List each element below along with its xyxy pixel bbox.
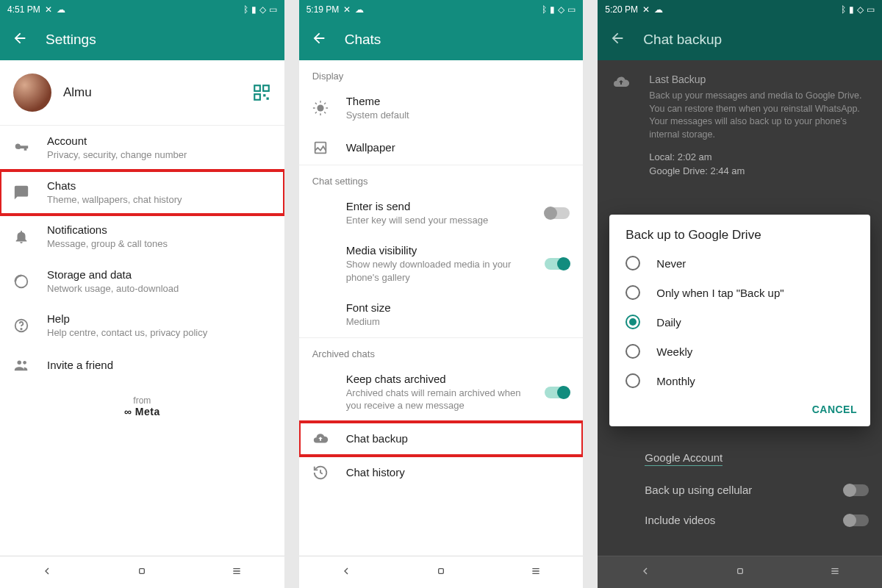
label: Notifications bbox=[47, 223, 271, 236]
backup-description: Back up your messages and media to Googl… bbox=[598, 87, 882, 144]
row-keep-archived[interactable]: Keep chats archivedArchived chats will r… bbox=[299, 364, 584, 421]
dnd-icon: ✕ bbox=[45, 4, 52, 15]
section-archived: Archived chats bbox=[299, 338, 584, 364]
bluetooth-icon: ᛒ bbox=[243, 4, 248, 15]
data-icon bbox=[13, 273, 29, 290]
back-icon[interactable] bbox=[311, 30, 327, 49]
sublabel: Privacy, security, change number bbox=[47, 148, 271, 162]
svg-point-11 bbox=[317, 105, 323, 112]
radio-label: Monthly bbox=[656, 375, 695, 387]
profile-row[interactable]: Almu bbox=[0, 60, 284, 125]
radio-option-daily[interactable]: Daily bbox=[609, 307, 870, 337]
svg-point-7 bbox=[21, 329, 21, 329]
label: Help bbox=[47, 312, 271, 325]
sublabel: Medium bbox=[346, 315, 570, 329]
row-include-videos[interactable]: Include videos bbox=[598, 505, 882, 535]
toggle-keep-archived[interactable] bbox=[545, 387, 570, 398]
radio-option-weekly[interactable]: Weekly bbox=[609, 337, 870, 366]
row-theme[interactable]: ThemeSystem default bbox=[299, 86, 584, 131]
sublabel: Enter key will send your message bbox=[346, 214, 528, 227]
svg-rect-14 bbox=[737, 568, 742, 573]
svg-rect-13 bbox=[439, 568, 444, 573]
radio-option-manual[interactable]: Only when I tap "Back up" bbox=[609, 278, 870, 307]
clock: 5:20 PM bbox=[605, 4, 638, 15]
toggle-enter-send[interactable] bbox=[545, 207, 570, 219]
row-font-size[interactable]: Font sizeMedium bbox=[299, 293, 584, 337]
signal-icon: ▮ bbox=[849, 4, 854, 15]
nav-home-icon[interactable] bbox=[136, 565, 148, 580]
sublabel: Message, group & call tones bbox=[47, 237, 271, 251]
nav-back-icon[interactable] bbox=[639, 565, 651, 580]
radio-label: Daily bbox=[656, 316, 681, 329]
radio-label: Weekly bbox=[656, 345, 692, 358]
sublabel: Help centre, contact us, privacy policy bbox=[47, 326, 271, 340]
sublabel: Show newly downloaded media in your phon… bbox=[346, 258, 528, 284]
radio-option-never[interactable]: Never bbox=[609, 248, 870, 278]
sublabel: System default bbox=[346, 109, 570, 122]
toggle-cellular[interactable] bbox=[844, 484, 869, 496]
svg-point-8 bbox=[18, 360, 22, 365]
label: Font size bbox=[346, 301, 570, 314]
nav-back-icon[interactable] bbox=[340, 565, 352, 580]
sublabel: Archived chats will remain archived when… bbox=[346, 387, 528, 412]
settings-item-account[interactable]: AccountPrivacy, security, change number bbox=[0, 126, 284, 171]
navigation-bar bbox=[299, 556, 584, 588]
local-backup-time: Local: 2:02 am bbox=[598, 150, 882, 164]
chat-icon bbox=[13, 184, 29, 201]
cloud-upload-icon bbox=[312, 431, 329, 447]
back-icon[interactable] bbox=[609, 30, 625, 49]
nav-home-icon[interactable] bbox=[435, 565, 447, 580]
nav-recent-icon[interactable] bbox=[829, 565, 841, 580]
nav-recent-icon[interactable] bbox=[530, 565, 542, 580]
row-cellular[interactable]: Back up using cellular bbox=[598, 475, 882, 505]
dialog-backup-frequency: Back up to Google Drive Never Only when … bbox=[609, 215, 870, 426]
nav-recent-icon[interactable] bbox=[231, 565, 243, 580]
settings-item-storage[interactable]: Storage and dataNetwork usage, auto-down… bbox=[0, 259, 284, 304]
toggle-media-visibility[interactable] bbox=[545, 258, 570, 270]
nav-home-icon[interactable] bbox=[734, 565, 746, 580]
content: Display ThemeSystem default Wallpaper Ch… bbox=[299, 60, 584, 556]
wifi-icon: ◇ bbox=[558, 4, 564, 15]
radio-option-monthly[interactable]: Monthly bbox=[609, 366, 870, 395]
wallpaper-icon bbox=[312, 140, 329, 156]
label: Enter is send bbox=[346, 200, 528, 212]
row-enter-is-send[interactable]: Enter is sendEnter key will send your me… bbox=[299, 191, 584, 236]
row-wallpaper[interactable]: Wallpaper bbox=[299, 131, 584, 165]
label: Keep chats archived bbox=[346, 373, 528, 385]
settings-item-chats[interactable]: ChatsTheme, wallpapers, chat history bbox=[0, 171, 284, 215]
app-bar: Settings bbox=[0, 19, 284, 60]
svg-rect-3 bbox=[263, 94, 265, 96]
help-icon bbox=[13, 318, 29, 334]
svg-rect-2 bbox=[254, 94, 260, 100]
back-icon[interactable] bbox=[12, 30, 28, 49]
sublabel: Theme, wallpapers, chat history bbox=[47, 193, 271, 207]
row-chat-backup[interactable]: Chat backup bbox=[299, 422, 584, 456]
nav-back-icon[interactable] bbox=[41, 565, 53, 580]
label: Google Account bbox=[645, 451, 723, 466]
signal-icon: ▮ bbox=[251, 4, 257, 15]
label: Media visibility bbox=[346, 244, 528, 257]
toggle-videos[interactable] bbox=[844, 514, 869, 526]
settings-item-help[interactable]: HelpHelp centre, contact us, privacy pol… bbox=[0, 304, 284, 348]
settings-item-invite[interactable]: Invite a friend bbox=[0, 348, 284, 382]
svg-rect-4 bbox=[266, 98, 268, 100]
qr-icon[interactable] bbox=[252, 83, 271, 102]
from-label: from bbox=[0, 395, 284, 406]
settings-item-notifications[interactable]: NotificationsMessage, group & call tones bbox=[0, 215, 284, 259]
signal-icon: ▮ bbox=[550, 4, 555, 15]
cancel-button[interactable]: CANCEL bbox=[812, 404, 857, 415]
page-title: Settings bbox=[46, 32, 96, 48]
radio-icon bbox=[625, 315, 640, 329]
people-icon bbox=[13, 357, 29, 373]
row-google-account[interactable]: Google Account bbox=[598, 442, 882, 475]
screen-chats: 5:19 PM✕☁ ᛒ▮◇▭ Chats Display ThemeSystem… bbox=[299, 0, 584, 588]
label: Invite a friend bbox=[47, 359, 271, 371]
app-bar: Chats bbox=[299, 19, 584, 60]
row-media-visibility[interactable]: Media visibilityShow newly downloaded me… bbox=[299, 235, 584, 293]
avatar bbox=[13, 74, 51, 112]
weather-icon: ☁ bbox=[57, 4, 65, 15]
row-chat-history[interactable]: Chat history bbox=[299, 456, 584, 490]
battery-icon: ▭ bbox=[867, 4, 875, 15]
key-icon bbox=[13, 140, 29, 156]
history-icon bbox=[312, 465, 329, 481]
